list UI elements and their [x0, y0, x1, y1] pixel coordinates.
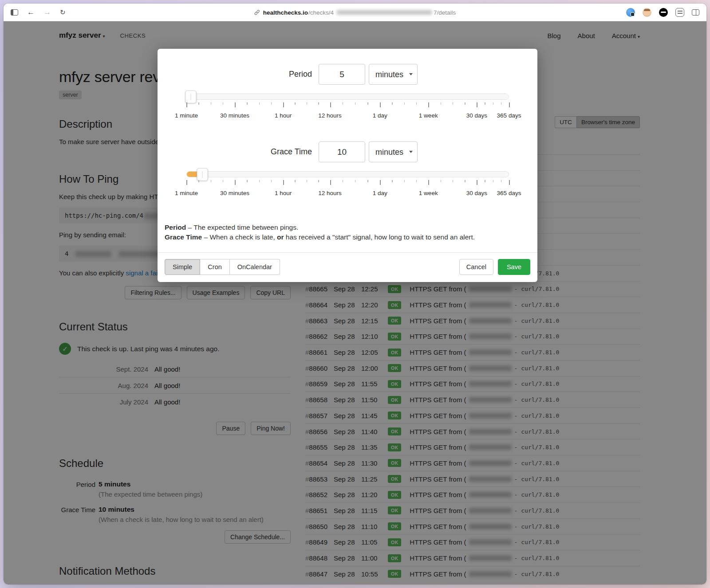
cancel-button[interactable]: Cancel: [459, 259, 493, 275]
period-slider[interactable]: 1 minute30 minutes1 hour12 hours1 day1 w…: [186, 94, 509, 122]
slider-tick-label: 30 minutes: [220, 190, 249, 196]
browser-window: ← → ↻ healthchecks.io/checks/4 7/details…: [4, 4, 706, 584]
slider-tick-label: 30 days: [466, 190, 487, 196]
slider-tick-label: 1 week: [419, 190, 438, 196]
slider-tick-label: 1 day: [373, 190, 387, 196]
slider-tick-label: 1 hour: [275, 190, 292, 196]
url-path-prefix: /checks/4: [308, 9, 334, 16]
forward-button[interactable]: →: [43, 8, 51, 16]
schedule-help-text: Period – The expected time between pings…: [165, 223, 537, 243]
address-bar[interactable]: healthchecks.io/checks/4 7/details: [254, 9, 456, 16]
slider-tick-label: 365 days: [497, 112, 521, 119]
period-value-input[interactable]: [319, 64, 365, 85]
url-redacted: [337, 10, 432, 15]
slider-tick-label: 12 hours: [318, 112, 342, 119]
url-domain: healthchecks.io: [263, 9, 308, 16]
profile-avatar-icon[interactable]: [643, 8, 651, 17]
grace-slider-handle[interactable]: [197, 168, 208, 181]
page: mfyz server▾ CHECKS Blog About Account▾ …: [4, 21, 706, 584]
sidebar-toggle-icon[interactable]: [11, 9, 18, 16]
back-button[interactable]: ←: [27, 8, 35, 16]
slider-tick-label: 1 minute: [175, 112, 198, 119]
grace-slider-track[interactable]: [186, 171, 509, 177]
slider-tick-label: 30 days: [466, 112, 487, 119]
password-manager-extension-icon[interactable]: [626, 8, 635, 17]
url-path-suffix: 7/details: [434, 9, 456, 16]
save-button[interactable]: Save: [498, 259, 530, 275]
extensions-settings-icon[interactable]: [675, 8, 684, 17]
blocker-extension-icon[interactable]: [659, 8, 668, 17]
tab-simple[interactable]: Simple: [165, 259, 200, 275]
period-unit-select[interactable]: minutes: [369, 64, 418, 85]
slider-tick-label: 12 hours: [318, 190, 342, 196]
grace-value-input[interactable]: [319, 141, 365, 162]
link-icon: [254, 9, 260, 15]
slider-tick-label: 1 minute: [175, 190, 198, 196]
grace-time-label: Grace Time: [158, 147, 319, 157]
tab-cron[interactable]: Cron: [200, 259, 229, 275]
tab-oncalendar[interactable]: OnCalendar: [230, 259, 280, 275]
grace-unit-select[interactable]: minutes: [369, 141, 418, 162]
tab-layout-icon[interactable]: [692, 9, 699, 16]
slider-tick-label: 1 hour: [275, 112, 292, 119]
grace-slider[interactable]: 1 minute30 minutes1 hour12 hours1 day1 w…: [186, 171, 509, 200]
browser-toolbar: ← → ↻ healthchecks.io/checks/4 7/details: [4, 4, 706, 21]
change-schedule-modal: Period minutes 1 minute30 minutes1 hour1…: [158, 49, 537, 282]
slider-tick-label: 365 days: [497, 190, 521, 196]
schedule-mode-tabs: Simple Cron OnCalendar: [165, 259, 280, 275]
period-slider-track[interactable]: [186, 94, 509, 100]
slider-tick-label: 1 week: [419, 112, 438, 119]
period-label: Period: [158, 70, 319, 79]
slider-tick-label: 1 day: [373, 112, 387, 119]
grace-unit-select-wrap: minutes: [369, 141, 418, 162]
reload-button[interactable]: ↻: [60, 8, 66, 16]
period-slider-handle[interactable]: [185, 90, 196, 103]
period-unit-select-wrap: minutes: [369, 64, 418, 85]
slider-tick-label: 30 minutes: [220, 112, 249, 119]
